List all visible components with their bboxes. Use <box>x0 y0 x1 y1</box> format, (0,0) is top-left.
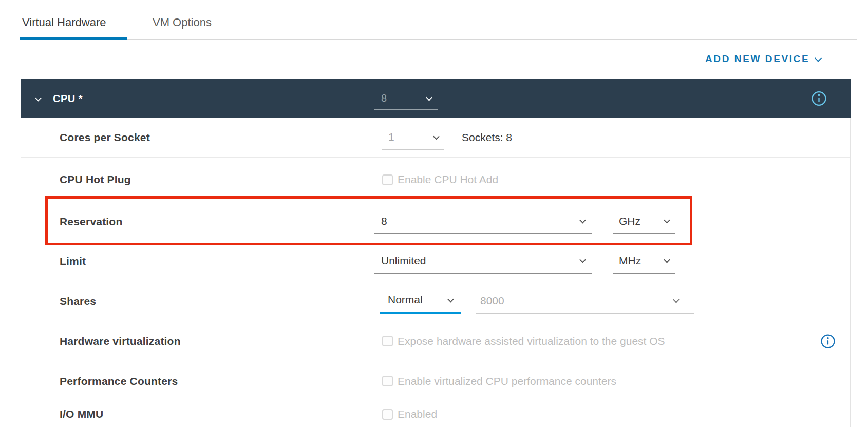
row-cores-per-socket: Cores per Socket 1 Sockets: 8 <box>21 118 850 158</box>
row-shares: Shares Normal 8000 <box>21 281 850 321</box>
chevron-down-icon <box>664 257 670 263</box>
chevron-down-icon <box>433 133 440 140</box>
cpu-section-label: CPU * <box>53 93 83 105</box>
chevron-down-icon <box>664 217 670 224</box>
cpu-hot-add-checkbox[interactable] <box>382 174 393 185</box>
reservation-label: Reservation <box>60 216 122 228</box>
row-performance-counters: Performance Counters Enable virtualized … <box>21 361 850 401</box>
chevron-down-icon <box>579 217 586 224</box>
shares-level-select[interactable]: Normal <box>380 288 461 314</box>
cores-per-socket-value: 1 <box>388 131 394 143</box>
performance-counters-checkbox[interactable] <box>382 376 393 386</box>
chevron-down-icon <box>673 297 680 303</box>
shares-value-combobox[interactable]: 8000 <box>476 289 694 314</box>
reservation-value-combobox[interactable]: 8 <box>374 209 592 234</box>
io-mmu-checkbox-label: Enabled <box>398 408 437 420</box>
limit-label: Limit <box>60 255 86 267</box>
shares-value: 8000 <box>480 295 504 307</box>
cpu-section-header[interactable]: CPU * 8 <box>21 79 851 118</box>
chevron-down-icon <box>815 55 822 62</box>
active-tab-underline <box>20 37 127 40</box>
row-reservation: Reservation 8 GHz <box>21 202 850 241</box>
hardware-virtualization-checkbox[interactable] <box>382 336 393 346</box>
reservation-value: 8 <box>381 215 387 227</box>
shares-level-value: Normal <box>388 294 423 306</box>
limit-value-combobox[interactable]: Unlimited <box>374 249 592 274</box>
row-cpu-hot-plug: CPU Hot Plug Enable CPU Hot Add <box>21 158 850 202</box>
cores-per-socket-select[interactable]: 1 <box>382 125 444 150</box>
shares-label: Shares <box>60 295 96 307</box>
cpu-count-value: 8 <box>381 92 387 104</box>
row-hardware-virtualization: Hardware virtualization Expose hardware … <box>21 321 850 361</box>
reservation-unit-select[interactable]: GHz <box>613 209 675 234</box>
add-new-device-label: ADD NEW DEVICE <box>705 53 809 65</box>
cpu-count-select[interactable]: 8 <box>374 87 438 110</box>
tabbar-divider <box>20 39 857 40</box>
performance-counters-checkbox-label: Enable virtualized CPU performance count… <box>398 375 616 387</box>
row-io-mmu: I/O MMU Enabled <box>21 401 850 427</box>
collapse-chevron-icon[interactable] <box>35 94 42 101</box>
cpu-info-icon[interactable] <box>811 91 827 107</box>
tab-virtual-hardware[interactable]: Virtual Hardware <box>22 16 106 29</box>
row-limit: Limit Unlimited MHz <box>21 241 850 281</box>
cpu-hot-plug-label: CPU Hot Plug <box>60 173 131 186</box>
chevron-down-icon <box>579 257 586 263</box>
limit-unit-select[interactable]: MHz <box>613 249 675 274</box>
cores-per-socket-label: Cores per Socket <box>60 131 150 144</box>
chevron-down-icon <box>447 296 454 302</box>
performance-counters-label: Performance Counters <box>60 375 178 387</box>
cpu-hot-add-checkbox-label: Enable CPU Hot Add <box>398 173 498 186</box>
reservation-unit-value: GHz <box>619 215 640 227</box>
io-mmu-label: I/O MMU <box>60 408 103 420</box>
hardware-virtualization-info-icon[interactable] <box>820 334 836 349</box>
sockets-count-text: Sockets: 8 <box>462 131 512 144</box>
tab-vm-options[interactable]: VM Options <box>153 16 212 29</box>
virtual-hardware-table: CPU * 8 Cores per Socket 1 Sockets: 8 <box>21 79 851 427</box>
hardware-virtualization-label: Hardware virtualization <box>60 335 181 347</box>
hardware-virtualization-checkbox-label: Expose hardware assisted virtualization … <box>398 335 665 347</box>
limit-unit-value: MHz <box>619 255 641 267</box>
add-new-device-button[interactable]: ADD NEW DEVICE <box>705 53 821 65</box>
io-mmu-checkbox[interactable] <box>382 409 393 420</box>
limit-value: Unlimited <box>381 255 426 267</box>
chevron-down-icon <box>426 94 432 101</box>
